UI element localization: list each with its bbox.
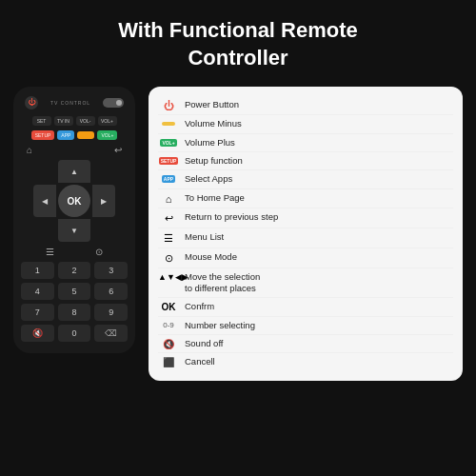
legend-setup-icon: SETUP (158, 155, 179, 165)
yellow-button[interactable] (77, 131, 94, 139)
legend-menu-text: Menu List (185, 231, 453, 243)
legend-back-icon: ↩ (158, 211, 179, 225)
dpad-up-button[interactable]: ▲ (58, 160, 90, 183)
page-title: With Functional RemoteController (10, 17, 466, 71)
main-content: ⏻ TV CONTROL SET TV IN VOL- VOL+ SETUP A… (0, 81, 476, 380)
ok-button[interactable]: OK (58, 185, 90, 217)
home-icon[interactable]: ⌂ (27, 145, 32, 155)
legend-arrows-icon: ▲▼◀▶ (158, 271, 179, 282)
num-8-button[interactable]: 8 (58, 304, 91, 321)
legend-back: ↩ Return to previous step (158, 208, 453, 228)
legend-home-text: To Home Page (185, 192, 453, 204)
dpad: ▲ ◀ OK ▶ ▼ (33, 160, 115, 242)
setup-button[interactable]: SETUP (31, 130, 55, 140)
legend-power-icon: ⏻ (158, 99, 179, 111)
legend-ok-icon: OK (158, 301, 179, 312)
legend-cancel: ⬛ Cancell (158, 353, 453, 370)
legend-card: ⏻ Power Button Volume Minus VOL+ Volume … (149, 87, 463, 380)
legend-mouse-icon: ⊙ (158, 251, 179, 265)
num-2-button[interactable]: 2 (58, 262, 91, 279)
legend-mute-text: Sound off (185, 338, 453, 349)
legend-app-icon: APP (158, 173, 179, 183)
vol-minus-button[interactable]: VOL- (76, 116, 95, 126)
legend-setup-text: Setup function (185, 155, 453, 167)
app-button[interactable]: APP (57, 130, 74, 140)
power-button[interactable]: ⏻ (25, 96, 38, 109)
numpad: 1 2 3 4 5 6 7 8 9 🔇 0 ⌫ (21, 262, 128, 342)
legend-home-icon: ⌂ (158, 192, 179, 205)
legend-app-text: Select Apps (185, 173, 453, 185)
set-button[interactable]: SET (32, 116, 51, 126)
num-5-button[interactable]: 5 (58, 283, 91, 300)
delete-button[interactable]: ⌫ (94, 325, 128, 342)
home-back-row: ⌂ ↩ (21, 145, 128, 155)
colored-btn-row: SETUP APP VOL+ (21, 130, 128, 140)
legend-power: ⏻ Power Button (158, 96, 453, 115)
remote-top-row: ⏻ TV CONTROL (21, 96, 128, 109)
dpad-down-button[interactable]: ▼ (58, 219, 90, 242)
legend-setup: SETUP Setup function (158, 152, 453, 170)
dpad-right-button[interactable]: ▶ (92, 185, 115, 217)
legend-arrows: ▲▼◀▶ Move the selectionto different plac… (158, 268, 453, 299)
num-6-button[interactable]: 6 (94, 283, 128, 300)
legend-arrows-text: Move the selectionto different places (185, 271, 453, 295)
legend-cancel-icon: ⬛ (158, 356, 179, 367)
legend-power-text: Power Button (185, 99, 453, 110)
menu-icon[interactable]: ☰ (46, 247, 54, 257)
back-icon[interactable]: ↩ (114, 145, 122, 155)
legend-vol-minus-text: Volume Minus (185, 118, 453, 129)
legend-09-icon: 0-9 (158, 320, 179, 329)
legend-ok: OK Confrm (158, 298, 453, 316)
num-1-button[interactable]: 1 (21, 262, 54, 279)
num-3-button[interactable]: 3 (94, 262, 128, 279)
num-7-button[interactable]: 7 (21, 304, 54, 321)
legend-mute: 🔇 Sound off (158, 335, 453, 353)
legend-mute-icon: 🔇 (158, 338, 179, 349)
dpad-left-button[interactable]: ◀ (33, 185, 56, 217)
legend-mouse: ⊙ Mouse Mode (158, 248, 453, 268)
num-9-button[interactable]: 9 (94, 304, 128, 321)
legend-menu: ☰ Menu List (158, 228, 453, 248)
legend-vol-minus: Volume Minus (158, 115, 453, 133)
switch-button[interactable] (103, 98, 124, 108)
legend-menu-icon: ☰ (158, 231, 179, 245)
tv-control-label: TV CONTROL (50, 100, 90, 106)
num-0-button[interactable]: 0 (58, 325, 91, 342)
legend-app: APP Select Apps (158, 170, 453, 188)
power-icon: ⏻ (28, 99, 35, 107)
legend-vol-plus-text: Volume Plus (185, 137, 453, 149)
legend-09: 0-9 Number selecting (158, 317, 453, 335)
nav-section: ▲ ◀ OK ▶ ▼ (33, 160, 115, 242)
legend-vol-minus-icon (158, 118, 179, 128)
legend-vol-plus-icon: VOL+ (158, 137, 179, 147)
mouse-icon[interactable]: ⊙ (95, 247, 103, 257)
legend-cancel-text: Cancell (185, 356, 453, 367)
num-4-button[interactable]: 4 (21, 283, 54, 300)
legend-back-text: Return to previous step (185, 211, 453, 223)
mute-button[interactable]: 🔇 (21, 325, 54, 342)
bottom-icon-row: ☰ ⊙ (21, 247, 128, 257)
legend-home: ⌂ To Home Page (158, 189, 453, 208)
legend-09-text: Number selecting (185, 320, 453, 331)
vol-plus2-button[interactable]: VOL+ (97, 130, 117, 140)
vol-plus-button[interactable]: VOL+ (98, 116, 117, 126)
remote-controller: ⏻ TV CONTROL SET TV IN VOL- VOL+ SETUP A… (13, 87, 135, 353)
legend-ok-text: Confrm (185, 301, 453, 312)
legend-mouse-text: Mouse Mode (185, 251, 453, 263)
legend-vol-plus: VOL+ Volume Plus (158, 134, 453, 152)
title-section: With Functional RemoteController (0, 0, 476, 81)
function-btn-row: SET TV IN VOL- VOL+ (21, 116, 128, 126)
tvin-button[interactable]: TV IN (54, 116, 73, 126)
